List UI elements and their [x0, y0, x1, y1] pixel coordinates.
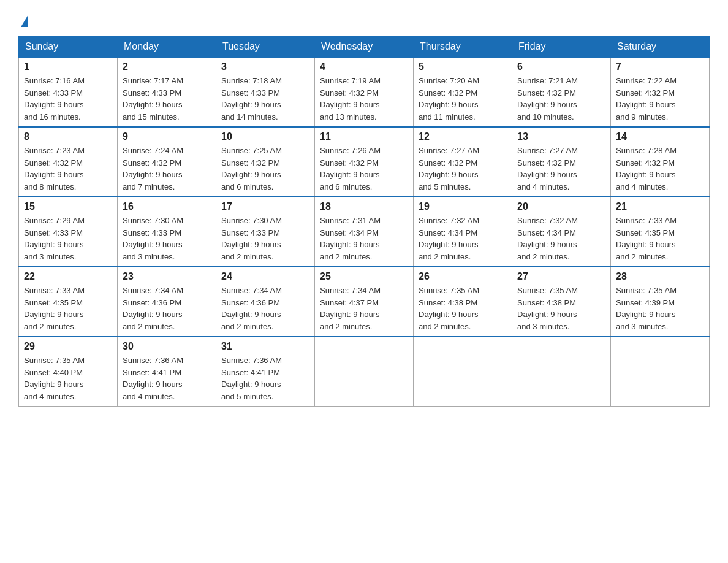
calendar-cell: 14 Sunrise: 7:28 AM Sunset: 4:32 PM Dayl… — [611, 127, 710, 197]
day-number: 15 — [24, 201, 112, 212]
calendar-cell: 20 Sunrise: 7:32 AM Sunset: 4:34 PM Dayl… — [512, 197, 611, 267]
day-info: Sunrise: 7:21 AM Sunset: 4:32 PM Dayligh… — [517, 75, 605, 123]
calendar-cell: 28 Sunrise: 7:35 AM Sunset: 4:39 PM Dayl… — [611, 267, 710, 337]
calendar-week-row: 22 Sunrise: 7:33 AM Sunset: 4:35 PM Dayl… — [19, 267, 710, 337]
day-number: 7 — [616, 61, 704, 72]
day-number: 18 — [320, 201, 408, 212]
day-info: Sunrise: 7:30 AM Sunset: 4:33 PM Dayligh… — [123, 215, 211, 262]
day-info: Sunrise: 7:34 AM Sunset: 4:37 PM Dayligh… — [320, 285, 408, 332]
weekday-header-sunday: Sunday — [19, 36, 118, 58]
day-number: 2 — [123, 61, 211, 72]
day-number: 22 — [24, 271, 112, 282]
calendar-cell: 15 Sunrise: 7:29 AM Sunset: 4:33 PM Dayl… — [19, 197, 118, 267]
day-info: Sunrise: 7:34 AM Sunset: 4:36 PM Dayligh… — [123, 285, 211, 332]
day-number: 6 — [517, 61, 605, 72]
calendar-cell: 11 Sunrise: 7:26 AM Sunset: 4:32 PM Dayl… — [315, 127, 414, 197]
day-info: Sunrise: 7:19 AM Sunset: 4:32 PM Dayligh… — [320, 75, 408, 123]
calendar-cell: 21 Sunrise: 7:33 AM Sunset: 4:35 PM Dayl… — [611, 197, 710, 267]
calendar-cell — [611, 337, 710, 407]
day-info: Sunrise: 7:22 AM Sunset: 4:32 PM Dayligh… — [616, 75, 704, 123]
day-info: Sunrise: 7:35 AM Sunset: 4:38 PM Dayligh… — [419, 285, 507, 332]
day-info: Sunrise: 7:32 AM Sunset: 4:34 PM Dayligh… — [419, 215, 507, 262]
day-number: 11 — [320, 131, 408, 142]
day-info: Sunrise: 7:23 AM Sunset: 4:32 PM Dayligh… — [24, 145, 112, 193]
calendar-cell: 1 Sunrise: 7:16 AM Sunset: 4:33 PM Dayli… — [19, 58, 118, 128]
calendar-cell: 26 Sunrise: 7:35 AM Sunset: 4:38 PM Dayl… — [414, 267, 512, 337]
day-number: 4 — [320, 61, 408, 72]
day-info: Sunrise: 7:27 AM Sunset: 4:32 PM Dayligh… — [517, 145, 605, 193]
calendar-cell: 3 Sunrise: 7:18 AM Sunset: 4:33 PM Dayli… — [216, 58, 315, 128]
day-info: Sunrise: 7:32 AM Sunset: 4:34 PM Dayligh… — [517, 215, 605, 262]
day-info: Sunrise: 7:29 AM Sunset: 4:33 PM Dayligh… — [24, 215, 112, 262]
day-info: Sunrise: 7:24 AM Sunset: 4:32 PM Dayligh… — [123, 145, 211, 193]
day-number: 3 — [221, 61, 309, 72]
calendar-cell: 10 Sunrise: 7:25 AM Sunset: 4:32 PM Dayl… — [216, 127, 315, 197]
day-number: 28 — [616, 271, 704, 282]
calendar-cell — [315, 337, 414, 407]
calendar-cell — [512, 337, 611, 407]
calendar-cell: 25 Sunrise: 7:34 AM Sunset: 4:37 PM Dayl… — [315, 267, 414, 337]
calendar-cell: 27 Sunrise: 7:35 AM Sunset: 4:38 PM Dayl… — [512, 267, 611, 337]
calendar-cell: 2 Sunrise: 7:17 AM Sunset: 4:33 PM Dayli… — [118, 58, 216, 128]
day-number: 16 — [123, 201, 211, 212]
day-info: Sunrise: 7:36 AM Sunset: 4:41 PM Dayligh… — [221, 354, 309, 402]
calendar-cell: 18 Sunrise: 7:31 AM Sunset: 4:34 PM Dayl… — [315, 197, 414, 267]
calendar-cell: 12 Sunrise: 7:27 AM Sunset: 4:32 PM Dayl… — [414, 127, 512, 197]
day-number: 21 — [616, 201, 704, 212]
day-number: 27 — [517, 271, 605, 282]
calendar-week-row: 8 Sunrise: 7:23 AM Sunset: 4:32 PM Dayli… — [19, 127, 710, 197]
day-number: 12 — [419, 131, 507, 142]
logo-triangle-icon — [21, 15, 28, 27]
calendar-cell: 17 Sunrise: 7:30 AM Sunset: 4:33 PM Dayl… — [216, 197, 315, 267]
day-info: Sunrise: 7:26 AM Sunset: 4:32 PM Dayligh… — [320, 145, 408, 193]
calendar-week-row: 1 Sunrise: 7:16 AM Sunset: 4:33 PM Dayli… — [19, 58, 710, 128]
day-number: 1 — [24, 61, 112, 72]
day-info: Sunrise: 7:35 AM Sunset: 4:38 PM Dayligh… — [517, 285, 605, 332]
day-number: 17 — [221, 201, 309, 212]
weekday-header-tuesday: Tuesday — [216, 36, 315, 58]
day-number: 24 — [221, 271, 309, 282]
day-info: Sunrise: 7:25 AM Sunset: 4:32 PM Dayligh… — [221, 145, 309, 193]
calendar-cell — [414, 337, 512, 407]
day-number: 13 — [517, 131, 605, 142]
day-info: Sunrise: 7:16 AM Sunset: 4:33 PM Dayligh… — [24, 75, 112, 123]
calendar-cell: 9 Sunrise: 7:24 AM Sunset: 4:32 PM Dayli… — [118, 127, 216, 197]
calendar-cell: 8 Sunrise: 7:23 AM Sunset: 4:32 PM Dayli… — [19, 127, 118, 197]
day-number: 10 — [221, 131, 309, 142]
weekday-header-thursday: Thursday — [414, 36, 512, 58]
day-number: 25 — [320, 271, 408, 282]
page-header — [18, 12, 710, 29]
calendar-cell: 7 Sunrise: 7:22 AM Sunset: 4:32 PM Dayli… — [611, 58, 710, 128]
day-number: 31 — [221, 341, 309, 352]
day-info: Sunrise: 7:20 AM Sunset: 4:32 PM Dayligh… — [419, 75, 507, 123]
day-number: 9 — [123, 131, 211, 142]
calendar-table: SundayMondayTuesdayWednesdayThursdayFrid… — [18, 36, 710, 407]
day-number: 29 — [24, 341, 112, 352]
day-number: 30 — [123, 341, 211, 352]
day-number: 23 — [123, 271, 211, 282]
calendar-cell: 23 Sunrise: 7:34 AM Sunset: 4:36 PM Dayl… — [118, 267, 216, 337]
calendar-cell: 5 Sunrise: 7:20 AM Sunset: 4:32 PM Dayli… — [414, 58, 512, 128]
calendar-cell: 29 Sunrise: 7:35 AM Sunset: 4:40 PM Dayl… — [19, 337, 118, 407]
day-info: Sunrise: 7:28 AM Sunset: 4:32 PM Dayligh… — [616, 145, 704, 193]
calendar-cell: 4 Sunrise: 7:19 AM Sunset: 4:32 PM Dayli… — [315, 58, 414, 128]
day-info: Sunrise: 7:30 AM Sunset: 4:33 PM Dayligh… — [221, 215, 309, 262]
day-info: Sunrise: 7:33 AM Sunset: 4:35 PM Dayligh… — [24, 285, 112, 332]
day-info: Sunrise: 7:35 AM Sunset: 4:40 PM Dayligh… — [24, 354, 112, 402]
weekday-header-saturday: Saturday — [611, 36, 710, 58]
day-info: Sunrise: 7:17 AM Sunset: 4:33 PM Dayligh… — [123, 75, 211, 123]
calendar-cell: 22 Sunrise: 7:33 AM Sunset: 4:35 PM Dayl… — [19, 267, 118, 337]
day-number: 26 — [419, 271, 507, 282]
weekday-header-monday: Monday — [118, 36, 216, 58]
calendar-cell: 19 Sunrise: 7:32 AM Sunset: 4:34 PM Dayl… — [414, 197, 512, 267]
weekday-header-friday: Friday — [512, 36, 611, 58]
day-info: Sunrise: 7:18 AM Sunset: 4:33 PM Dayligh… — [221, 75, 309, 123]
day-number: 20 — [517, 201, 605, 212]
calendar-cell: 24 Sunrise: 7:34 AM Sunset: 4:36 PM Dayl… — [216, 267, 315, 337]
calendar-cell: 6 Sunrise: 7:21 AM Sunset: 4:32 PM Dayli… — [512, 58, 611, 128]
calendar-cell: 30 Sunrise: 7:36 AM Sunset: 4:41 PM Dayl… — [118, 337, 216, 407]
day-number: 19 — [419, 201, 507, 212]
day-info: Sunrise: 7:31 AM Sunset: 4:34 PM Dayligh… — [320, 215, 408, 262]
calendar-cell: 16 Sunrise: 7:30 AM Sunset: 4:33 PM Dayl… — [118, 197, 216, 267]
day-info: Sunrise: 7:33 AM Sunset: 4:35 PM Dayligh… — [616, 215, 704, 262]
